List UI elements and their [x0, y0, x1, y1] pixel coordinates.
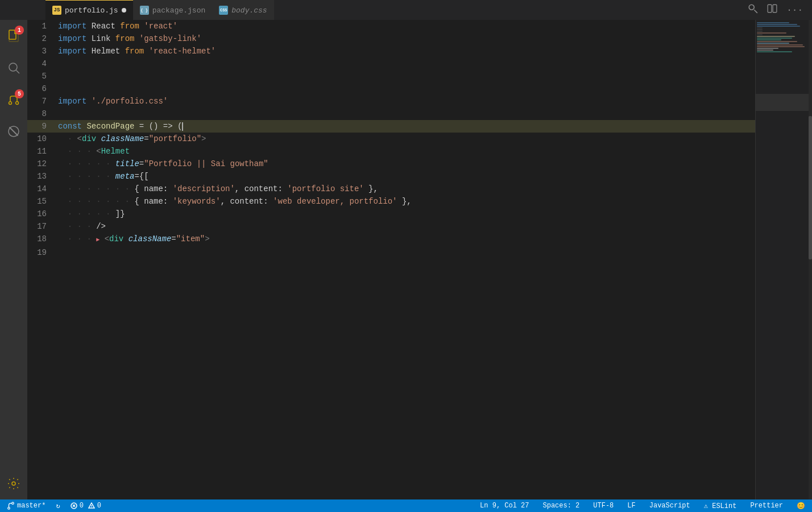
activity-files[interactable]: 1	[2, 24, 25, 47]
code-editor[interactable]: 1 import React from 'react' 2 import Lin…	[27, 20, 755, 499]
line-number-5: 5	[27, 70, 56, 82]
code-line-18: 18 · · · ▶ <div className="item">	[27, 233, 755, 246]
line-content-14: · · · · · · · { name: 'description', con…	[56, 183, 755, 195]
line-content-17: · · · />	[56, 220, 755, 233]
code-line-10: 10 · <div className="portfolio">	[27, 133, 755, 145]
line-content-1: import React from 'react'	[56, 20, 755, 32]
mini-line	[757, 44, 803, 46]
mini-line	[757, 22, 789, 23]
mini-line	[757, 24, 797, 25]
svg-point-16	[12, 502, 14, 505]
mini-line	[757, 32, 786, 34]
line-number-4: 4	[27, 57, 56, 70]
activity-git[interactable]: 5	[2, 88, 25, 111]
more-actions-button[interactable]: ···	[784, 3, 805, 18]
code-line-11: 11 · · · <Helmet	[27, 145, 755, 158]
code-line-6: 6	[27, 82, 755, 95]
line-number-11: 11	[27, 145, 56, 158]
split-editor-button[interactable]	[765, 1, 780, 19]
tab-body-css[interactable]: CSS body.css	[212, 0, 274, 20]
line-content-18: · · · ▶ <div className="item">	[56, 233, 755, 246]
code-line-14: 14 · · · · · · · { name: 'description', …	[27, 183, 755, 195]
svg-line-7	[16, 71, 20, 74]
svg-point-21	[91, 507, 92, 508]
code-line-3: 3 import Helmet from 'react-helmet'	[27, 45, 755, 57]
mini-line	[757, 26, 800, 27]
spaces-label: Spaces: 2	[543, 502, 580, 510]
svg-line-13	[10, 127, 18, 136]
mini-line	[757, 46, 805, 47]
minimap-lines	[756, 20, 812, 55]
minimap-content	[756, 20, 812, 499]
mini-line	[757, 43, 789, 44]
code-line-16: 16 · · · · · ]}	[27, 208, 755, 220]
line-number-6: 6	[27, 82, 56, 95]
code-line-15: 15 · · · · · · · { name: 'keywords', con…	[27, 195, 755, 208]
activity-bar: 1 5	[0, 20, 27, 499]
sync-icon: ↻	[56, 502, 60, 510]
line-number-12: 12	[27, 158, 56, 170]
svg-point-15	[8, 507, 10, 510]
status-emoji[interactable]: 😊	[794, 502, 807, 510]
line-content-11: · · · <Helmet	[56, 145, 755, 158]
mini-line	[757, 36, 795, 37]
json-icon: { }	[140, 6, 149, 15]
minimap	[755, 20, 812, 499]
line-number-9: 9	[27, 120, 56, 133]
code-line-17: 17 · · · />	[27, 220, 755, 233]
status-linter[interactable]: ⚠ ESLint	[702, 502, 739, 510]
line-content-6	[56, 82, 755, 95]
git-badge: 5	[15, 89, 24, 98]
tab-package-json[interactable]: { } package.json	[133, 0, 213, 20]
code-line-13: 13 · · · · · meta={[	[27, 170, 755, 183]
mini-line	[757, 27, 763, 28]
status-language[interactable]: JavaScript	[647, 502, 693, 510]
status-sync[interactable]: ↻	[53, 502, 62, 510]
line-number-13: 13	[27, 170, 56, 183]
status-encoding[interactable]: UTF-8	[591, 502, 616, 510]
line-content-13: · · · · · meta={[	[56, 170, 755, 183]
activity-extensions[interactable]	[2, 120, 25, 143]
status-errors[interactable]: 0 0	[68, 502, 103, 510]
status-branch[interactable]: master*	[5, 502, 48, 510]
minimap-highlight	[756, 94, 812, 111]
line-number-15: 15	[27, 195, 56, 208]
line-content-19	[56, 246, 755, 259]
emoji-label: 😊	[797, 502, 805, 510]
css-icon: CSS	[219, 6, 228, 15]
activity-bottom	[2, 472, 25, 499]
code-line-8: 8	[27, 108, 755, 120]
line-number-16: 16	[27, 208, 56, 220]
code-line-19: 19	[27, 246, 755, 259]
formatter-label: Prettier	[750, 502, 783, 510]
status-spaces[interactable]: Spaces: 2	[541, 502, 582, 510]
mini-line	[757, 49, 773, 51]
minimap-scrollbar-thumb	[809, 116, 812, 260]
mini-line	[757, 51, 792, 52]
status-position[interactable]: Ln 9, Col 27	[478, 502, 531, 510]
branch-name: master*	[17, 502, 45, 510]
encoding-label: UTF-8	[593, 502, 614, 510]
search-editor-button[interactable]	[745, 1, 760, 19]
mini-line	[757, 41, 797, 42]
code-line-1: 1 import React from 'react'	[27, 20, 755, 32]
line-number-7: 7	[27, 95, 56, 108]
minimap-scrollbar	[809, 20, 812, 499]
line-content-12: · · · · · title="Portfolio || Sai gowtha…	[56, 158, 755, 170]
svg-rect-2	[768, 5, 772, 13]
mini-line	[757, 31, 763, 32]
tab-portfolio-js[interactable]: JS portfolio.js	[45, 0, 133, 20]
code-line-5: 5	[27, 70, 755, 82]
code-line-2: 2 import Link from 'gatsby-link'	[27, 32, 755, 45]
status-line-ending[interactable]: LF	[625, 502, 637, 510]
svg-point-10	[16, 102, 19, 105]
line-content-16: · · · · · ]}	[56, 208, 755, 220]
line-number-14: 14	[27, 183, 56, 195]
error-count: 0	[80, 502, 84, 510]
code-line-4: 4	[27, 57, 755, 70]
activity-settings[interactable]	[2, 472, 25, 495]
svg-point-14	[12, 482, 15, 485]
activity-search[interactable]	[2, 56, 25, 79]
status-formatter[interactable]: Prettier	[748, 502, 785, 510]
line-ending-label: LF	[627, 502, 635, 510]
